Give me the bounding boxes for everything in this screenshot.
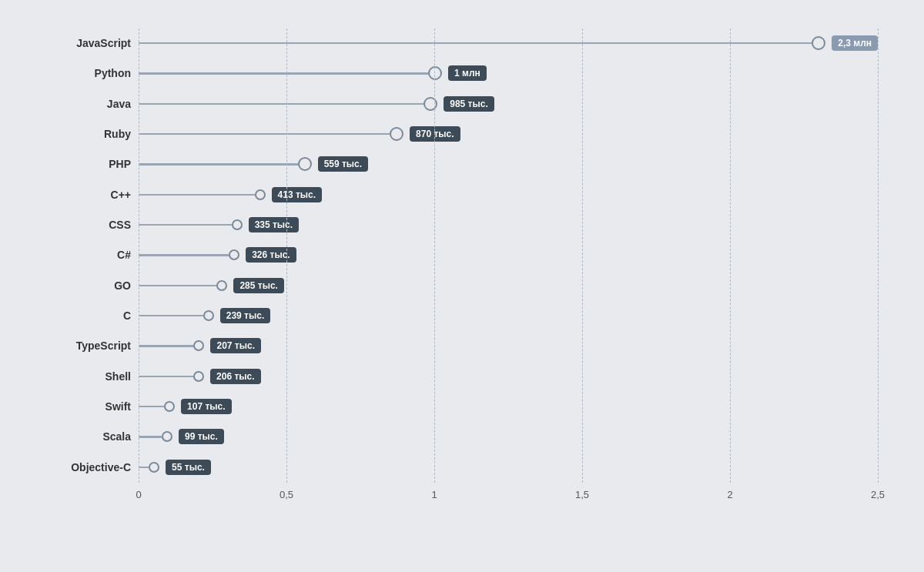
bar-track: 207 тыс. <box>139 334 878 358</box>
bar-line <box>139 133 390 135</box>
bar-track: 107 тыс. <box>139 394 878 418</box>
bar-label: JavaScript <box>19 37 131 49</box>
bar-value: 206 тыс. <box>210 369 261 384</box>
chart-container: JavaScript2,3 млнPython1 млнJava985 тыс.… <box>15 13 909 560</box>
bar-label: GO <box>19 279 131 292</box>
bar-value: 239 тыс. <box>220 308 271 323</box>
bar-circle <box>232 219 243 230</box>
x-axis-label: 2,5 <box>871 489 885 500</box>
bar-value: 870 тыс. <box>410 126 460 142</box>
bar-row: JavaScript2,3 млн <box>139 31 878 55</box>
bar-value: 2,3 млн <box>832 35 878 51</box>
bar-circle <box>298 157 312 171</box>
bar-circle <box>193 371 204 382</box>
bar-line <box>139 285 217 287</box>
bar-label: Python <box>19 67 131 79</box>
bar-line <box>139 436 162 438</box>
bar-circle <box>424 97 437 111</box>
bar-track: 285 тыс. <box>139 273 878 297</box>
bar-value: 559 тыс. <box>318 156 369 172</box>
x-axis-label: 1,5 <box>575 489 589 500</box>
bar-track: 326 тыс. <box>139 243 878 267</box>
bar-track: 870 тыс. <box>139 122 878 146</box>
bar-track: 985 тыс. <box>139 92 878 115</box>
bar-line <box>139 467 149 469</box>
bar-label: Swift <box>19 400 131 413</box>
bar-row: CSS335 тыс. <box>139 212 878 236</box>
x-axis: 00,511,522,5 <box>139 483 878 513</box>
bar-label: Shell <box>19 370 131 383</box>
bar-circle <box>390 127 403 141</box>
x-axis-label: 2 <box>727 489 732 500</box>
bar-line <box>139 254 229 256</box>
bar-track: 239 тыс. <box>139 303 878 327</box>
bar-row: Scala99 тыс. <box>139 425 878 449</box>
bar-value: 413 тыс. <box>272 187 323 202</box>
x-axis-label: 0 <box>136 489 141 500</box>
bar-track: 2,3 млн <box>139 31 878 55</box>
bar-line <box>139 72 429 75</box>
bar-circle <box>164 401 175 412</box>
bar-track: 55 тыс. <box>139 455 878 479</box>
bar-line <box>139 103 424 105</box>
bar-circle <box>812 36 825 50</box>
chart-area: JavaScript2,3 млнPython1 млнJava985 тыс.… <box>139 28 878 513</box>
bar-value: 99 тыс. <box>179 429 224 444</box>
bar-circle <box>229 249 239 260</box>
bar-row: Swift107 тыс. <box>139 394 878 418</box>
bar-row: PHP559 тыс. <box>139 152 878 176</box>
bar-label: Java <box>19 98 131 110</box>
bar-track: 559 тыс. <box>139 152 878 176</box>
bar-line <box>139 163 299 166</box>
bar-row: C++413 тыс. <box>139 182 878 206</box>
bar-value: 335 тыс. <box>249 217 300 232</box>
bar-row: GO285 тыс. <box>139 273 878 297</box>
bar-label: Objective-C <box>19 461 131 473</box>
bar-line <box>139 315 204 317</box>
bars-area: JavaScript2,3 млнPython1 млнJava985 тыс.… <box>139 28 878 483</box>
bar-label: C# <box>19 249 131 261</box>
bar-circle <box>162 431 172 442</box>
bar-label: C++ <box>19 189 131 201</box>
bar-value: 285 тыс. <box>233 278 284 293</box>
bar-track: 206 тыс. <box>139 364 878 388</box>
bar-value: 107 тыс. <box>181 399 232 414</box>
bar-label: PHP <box>19 158 131 170</box>
bar-row: TypeScript207 тыс. <box>139 334 878 358</box>
bar-line <box>139 194 256 196</box>
bar-row: Python1 млн <box>139 62 878 85</box>
bar-track: 99 тыс. <box>139 425 878 449</box>
bar-row: Shell206 тыс. <box>139 364 878 388</box>
x-axis-label: 0,5 <box>280 489 293 500</box>
bar-label: Ruby <box>19 128 131 140</box>
bar-track: 1 млн <box>139 62 878 85</box>
bar-label: TypeScript <box>19 340 131 352</box>
bar-value: 1 млн <box>448 65 487 81</box>
bar-row: C239 тыс. <box>139 303 878 327</box>
bar-track: 335 тыс. <box>139 212 878 236</box>
bar-value: 55 тыс. <box>166 460 211 475</box>
bar-line <box>139 406 165 408</box>
bar-line <box>139 376 194 378</box>
bar-row: Ruby870 тыс. <box>139 122 878 146</box>
bar-value: 326 тыс. <box>246 247 296 263</box>
x-axis-label: 1 <box>431 489 437 500</box>
bar-circle <box>428 66 442 80</box>
bar-value: 985 тыс. <box>444 96 494 112</box>
bar-circle <box>216 280 227 291</box>
bar-line <box>139 224 233 226</box>
bar-row: C#326 тыс. <box>139 243 878 267</box>
bar-value: 207 тыс. <box>210 338 261 353</box>
bar-row: Java985 тыс. <box>139 92 878 115</box>
grid-line <box>878 28 879 483</box>
bar-row: Objective-C55 тыс. <box>139 455 878 479</box>
bar-circle <box>203 310 214 321</box>
bar-label: Scala <box>19 430 131 443</box>
bar-track: 413 тыс. <box>139 182 878 206</box>
bar-label: CSS <box>19 219 131 231</box>
bar-circle <box>149 462 159 473</box>
bar-label: C <box>19 309 131 322</box>
bar-line <box>139 42 812 45</box>
bar-circle <box>255 189 266 200</box>
bar-line <box>139 345 194 347</box>
